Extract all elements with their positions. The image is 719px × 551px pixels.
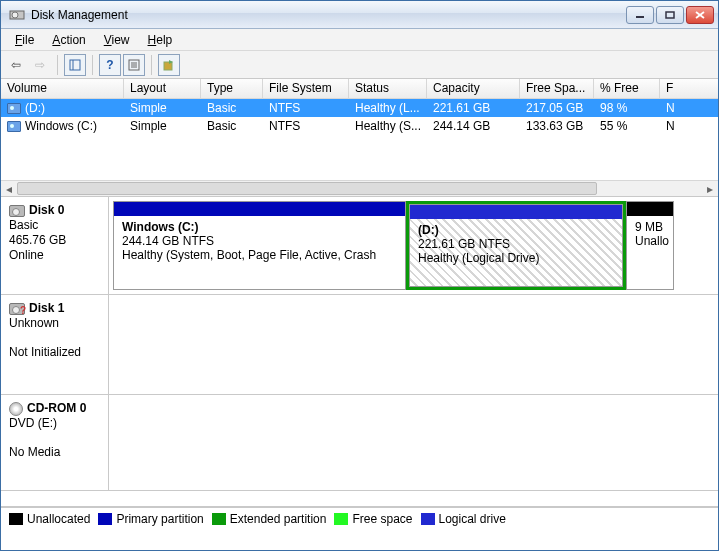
volume-cell-status: Healthy (L... <box>349 101 427 115</box>
svg-rect-12 <box>164 62 172 70</box>
col-type[interactable]: Type <box>201 79 263 98</box>
disk-row: Disk 0Basic465.76 GBOnlineWindows (C:)24… <box>1 197 718 295</box>
disk-info[interactable]: Disk 0Basic465.76 GBOnline <box>1 197 109 294</box>
legend-swatch-extended <box>212 513 226 525</box>
menu-action[interactable]: Action <box>44 31 93 49</box>
back-button[interactable]: ⇦ <box>5 54 27 76</box>
svg-rect-6 <box>70 60 80 70</box>
partition-area: Windows (C:)244.14 GB NTFSHealthy (Syste… <box>109 197 718 294</box>
help-button[interactable]: ? <box>99 54 121 76</box>
volume-cell-layout: Simple <box>124 119 201 133</box>
volume-row[interactable]: Windows (C:)SimpleBasicNTFSHealthy (S...… <box>1 117 718 135</box>
forward-button[interactable]: ⇨ <box>29 54 51 76</box>
partition-cap <box>627 202 673 216</box>
properties-button[interactable] <box>123 54 145 76</box>
volume-cell-type: Basic <box>201 101 263 115</box>
partition-cap <box>114 202 405 216</box>
logical-partition[interactable]: (D:)221.61 GB NTFSHealthy (Logical Drive… <box>409 204 623 287</box>
app-icon <box>9 7 25 23</box>
col-layout[interactable]: Layout <box>124 79 201 98</box>
volume-cell-fa: N <box>660 101 700 115</box>
col-freespace[interactable]: Free Spa... <box>520 79 594 98</box>
list-horizontal-scrollbar[interactable]: ◂ ▸ <box>1 180 718 196</box>
primary-partition[interactable]: Windows (C:)244.14 GB NTFSHealthy (Syste… <box>113 201 406 290</box>
refresh-button[interactable] <box>158 54 180 76</box>
volume-cell-capacity: 221.61 GB <box>427 101 520 115</box>
volume-list-header: Volume Layout Type File System Status Ca… <box>1 79 718 99</box>
legend-swatch-unallocated <box>9 513 23 525</box>
svg-rect-3 <box>666 12 674 18</box>
maximize-button[interactable] <box>656 6 684 24</box>
legend-swatch-logical <box>421 513 435 525</box>
legend-label: Free space <box>352 512 412 526</box>
legend-label: Extended partition <box>230 512 327 526</box>
legend-swatch-free <box>334 513 348 525</box>
scroll-left-button[interactable]: ◂ <box>1 181 17 196</box>
drive-icon <box>7 103 21 114</box>
close-button[interactable] <box>686 6 714 24</box>
col-capacity[interactable]: Capacity <box>427 79 520 98</box>
legend-label: Primary partition <box>116 512 203 526</box>
volume-cell-name: Windows (C:) <box>1 119 124 133</box>
partition-body: 9 MBUnallo <box>627 216 673 289</box>
disk-row: CD-ROM 0DVD (E:)No Media <box>1 395 718 491</box>
col-volume[interactable]: Volume <box>1 79 124 98</box>
volume-cell-name: (D:) <box>1 101 124 115</box>
menubar: File Action View Help <box>1 29 718 51</box>
volume-cell-pct: 98 % <box>594 101 660 115</box>
col-fault[interactable]: F <box>660 79 700 98</box>
disk-graphical-view: Disk 0Basic465.76 GBOnlineWindows (C:)24… <box>1 197 718 507</box>
volume-list: Volume Layout Type File System Status Ca… <box>1 79 718 197</box>
legend: Unallocated Primary partition Extended p… <box>1 507 718 529</box>
partition-body: Windows (C:)244.14 GB NTFSHealthy (Syste… <box>114 216 405 289</box>
scroll-thumb[interactable] <box>17 182 597 195</box>
partition-area <box>109 395 718 490</box>
disk-icon <box>9 303 25 315</box>
col-pctfree[interactable]: % Free <box>594 79 660 98</box>
col-filesystem[interactable]: File System <box>263 79 349 98</box>
minimize-button[interactable] <box>626 6 654 24</box>
disk-info[interactable]: CD-ROM 0DVD (E:)No Media <box>1 395 109 490</box>
extended-partition[interactable]: (D:)221.61 GB NTFSHealthy (Logical Drive… <box>406 201 626 290</box>
svg-point-1 <box>12 12 18 18</box>
scroll-right-button[interactable]: ▸ <box>702 181 718 196</box>
toolbar: ⇦ ⇨ ? <box>1 51 718 79</box>
col-status[interactable]: Status <box>349 79 427 98</box>
legend-label: Unallocated <box>27 512 90 526</box>
volume-row[interactable]: (D:)SimpleBasicNTFSHealthy (L...221.61 G… <box>1 99 718 117</box>
volume-cell-status: Healthy (S... <box>349 119 427 133</box>
partition-area <box>109 295 718 394</box>
unalloc-partition[interactable]: 9 MBUnallo <box>626 201 674 290</box>
partition-cap <box>410 205 622 219</box>
volume-cell-layout: Simple <box>124 101 201 115</box>
disk-icon <box>9 402 23 416</box>
volume-cell-free: 133.63 GB <box>520 119 594 133</box>
volume-cell-fa: N <box>660 119 700 133</box>
partition-body: (D:)221.61 GB NTFSHealthy (Logical Drive… <box>410 219 622 286</box>
volume-cell-type: Basic <box>201 119 263 133</box>
volume-cell-pct: 55 % <box>594 119 660 133</box>
menu-view[interactable]: View <box>96 31 138 49</box>
drive-icon <box>7 121 21 132</box>
window-title: Disk Management <box>31 8 626 22</box>
menu-file[interactable]: File <box>7 31 42 49</box>
volume-cell-capacity: 244.14 GB <box>427 119 520 133</box>
volume-cell-fs: NTFS <box>263 119 349 133</box>
disk-icon <box>9 205 25 217</box>
legend-label: Logical drive <box>439 512 506 526</box>
volume-cell-fs: NTFS <box>263 101 349 115</box>
volume-cell-free: 217.05 GB <box>520 101 594 115</box>
menu-help[interactable]: Help <box>140 31 181 49</box>
titlebar: Disk Management <box>1 1 718 29</box>
disk-info[interactable]: Disk 1UnknownNot Initialized <box>1 295 109 394</box>
disk-row: Disk 1UnknownNot Initialized <box>1 295 718 395</box>
show-hide-button[interactable] <box>64 54 86 76</box>
legend-swatch-primary <box>98 513 112 525</box>
